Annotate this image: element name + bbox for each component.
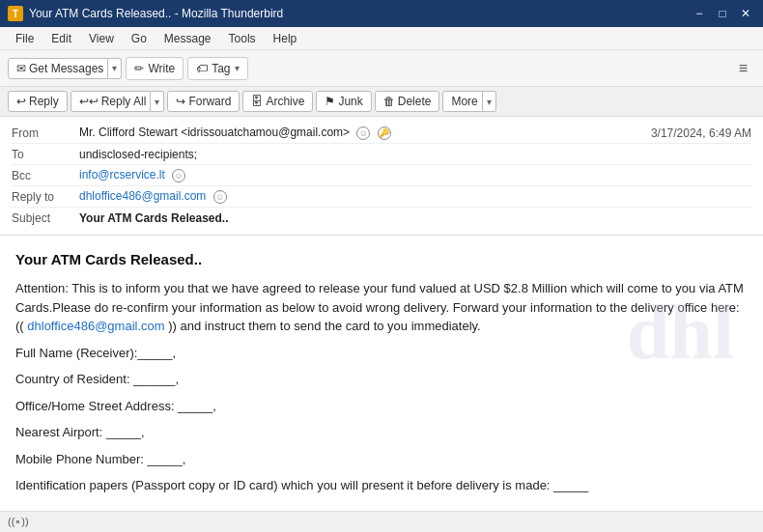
subject-label: Subject: [12, 211, 79, 225]
delivery-email-link[interactable]: dhloffice486@gmail.com: [27, 319, 164, 333]
junk-button[interactable]: ⚑ Junk: [316, 91, 371, 112]
delete-icon: 🗑: [383, 95, 395, 108]
bcc-email-link[interactable]: info@rcservice.lt: [79, 168, 165, 182]
menu-tools[interactable]: Tools: [221, 30, 264, 47]
get-messages-label: Get Messages: [29, 62, 103, 75]
get-messages-button[interactable]: ✉ Get Messages: [8, 58, 108, 79]
archive-icon: 🗄: [251, 95, 263, 108]
reply-button[interactable]: ↩ Reply: [8, 91, 68, 112]
minimize-button[interactable]: −: [690, 4, 709, 23]
menu-file[interactable]: File: [8, 30, 42, 47]
delete-button[interactable]: 🗑 Delete: [375, 91, 440, 112]
reply-all-dropdown[interactable]: ▾: [151, 91, 164, 112]
maximize-button[interactable]: □: [713, 4, 732, 23]
from-row: From Mr. Clifford Stewart <idrissouatcha…: [12, 123, 751, 144]
write-button[interactable]: ✏ Write: [126, 57, 184, 80]
forward-icon: ↪: [176, 95, 185, 108]
forward-button[interactable]: ↪ Forward: [167, 91, 240, 112]
get-messages-group: ✉ Get Messages ▾: [8, 58, 122, 79]
reply-to-value: dhloffice486@gmail.com ☺: [79, 189, 751, 204]
to-row: To undisclosed-recipients;: [12, 144, 751, 165]
close-button[interactable]: ✕: [736, 4, 755, 23]
bcc-label: Bcc: [12, 169, 79, 182]
from-value: Mr. Clifford Stewart <idrissouatchamou@g…: [79, 126, 651, 140]
reply-to-addr-icon[interactable]: ☺: [213, 190, 227, 204]
reply-all-button[interactable]: ↩↩ Reply All: [71, 91, 152, 112]
action-bar: ↩ Reply ↩↩ Reply All ▾ ↪ Forward 🗄 Archi…: [0, 87, 763, 117]
more-dropdown[interactable]: ▾: [483, 91, 496, 112]
reply-to-email-link[interactable]: dhloffice486@gmail.com: [79, 189, 206, 203]
envelope-icon: ✉: [16, 62, 26, 75]
status-bar: ((∘)): [0, 511, 763, 532]
menu-help[interactable]: Help: [266, 30, 305, 47]
get-messages-dropdown[interactable]: ▾: [108, 58, 122, 79]
body-field-5: Mobile Phone Number: _____,: [15, 450, 748, 469]
from-name-text: Mr. Clifford Stewart <idrissouatchamou@g…: [79, 126, 350, 139]
body-field-3: Office/Home Street Address: _____,: [15, 397, 748, 416]
menu-edit[interactable]: Edit: [43, 30, 79, 47]
app-icon: T: [8, 6, 23, 21]
bcc-addr-icon[interactable]: ☺: [172, 169, 185, 182]
reply-to-row: Reply to dhloffice486@gmail.com ☺: [12, 186, 751, 208]
menu-bar: File Edit View Go Message Tools Help: [0, 27, 763, 50]
address-book-icon[interactable]: ☺: [356, 126, 370, 140]
menu-go[interactable]: Go: [124, 30, 155, 47]
menu-message[interactable]: Message: [156, 30, 219, 47]
write-label: Write: [148, 62, 175, 75]
body-paragraph-1: Attention: This is to inform you that we…: [15, 279, 748, 336]
main-toolbar: ✉ Get Messages ▾ ✏ Write 🏷 Tag ▾ ≡: [0, 50, 763, 87]
connection-status: ((∘)): [8, 516, 29, 528]
subject-row: Subject Your ATM Cards Released..: [12, 208, 751, 229]
body-blank: [15, 503, 748, 512]
more-button[interactable]: More: [442, 91, 482, 112]
tag-icon: 🏷: [196, 62, 208, 75]
tag-button[interactable]: 🏷 Tag ▾: [187, 57, 247, 80]
body-field-4: Nearest Airport: _____,: [15, 423, 748, 442]
pencil-icon: ✏: [134, 62, 144, 75]
body-field-2: Country of Resident: ______,: [15, 370, 748, 389]
reply-to-label: Reply to: [12, 190, 79, 204]
email-header: ↩ Reply ↩↩ Reply All ▾ ↪ Forward 🗄 Archi…: [0, 87, 763, 236]
email-timestamp: 3/17/2024, 6:49 AM: [651, 126, 751, 140]
window-title: Your ATM Cards Released.. - Mozilla Thun…: [29, 7, 283, 20]
tag-label: Tag: [212, 62, 230, 75]
more-label: More: [451, 95, 477, 108]
bcc-row: Bcc info@rcservice.lt ☺: [12, 165, 751, 186]
more-group: More ▾: [442, 91, 495, 112]
bcc-value: info@rcservice.lt ☺: [79, 168, 751, 182]
forward-label: Forward: [188, 95, 231, 108]
delete-label: Delete: [398, 95, 432, 108]
message-body: dhl Your ATM Cards Released.. Attention:…: [0, 236, 763, 511]
reply-all-label: Reply All: [101, 95, 147, 108]
to-label: To: [12, 148, 79, 161]
archive-label: Archive: [266, 95, 304, 108]
reply-all-group: ↩↩ Reply All ▾: [71, 91, 165, 112]
junk-icon: ⚑: [325, 95, 335, 108]
archive-button[interactable]: 🗄 Archive: [242, 91, 313, 112]
email-fields: From Mr. Clifford Stewart <idrissouatcha…: [0, 117, 763, 235]
hamburger-menu-button[interactable]: ≡: [731, 56, 755, 81]
body-field-6: Identification papers (Passport copy or …: [15, 476, 748, 495]
title-bar-left: T Your ATM Cards Released.. - Mozilla Th…: [8, 6, 283, 21]
tag-dropdown-arrow: ▾: [235, 63, 240, 73]
title-bar: T Your ATM Cards Released.. - Mozilla Th…: [0, 0, 763, 27]
to-value: undisclosed-recipients;: [79, 148, 751, 161]
reply-label: Reply: [29, 95, 59, 108]
reply-icon: ↩: [16, 95, 26, 108]
email-title: Your ATM Cards Released..: [15, 251, 748, 267]
from-label: From: [12, 126, 79, 140]
junk-label: Junk: [338, 95, 362, 108]
reply-all-icon: ↩↩: [79, 95, 99, 108]
connection-icon: ((∘)): [8, 516, 29, 528]
key-icon[interactable]: 🔑: [378, 126, 391, 140]
body-field-1: Full Name (Receiver):_____,: [15, 344, 748, 363]
title-bar-controls: − □ ✕: [690, 4, 755, 23]
subject-value: Your ATM Cards Released..: [79, 211, 751, 225]
menu-view[interactable]: View: [81, 30, 122, 47]
